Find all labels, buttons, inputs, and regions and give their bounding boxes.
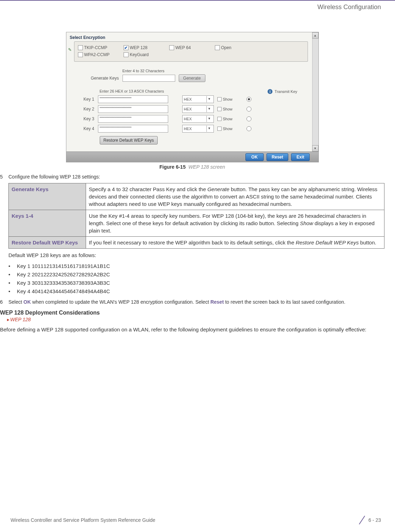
key4-type-select[interactable]: HEX▼	[182, 125, 214, 133]
key3-input[interactable]: ••••••••••••••••••••••••••	[98, 115, 168, 123]
row3-desc: If you feel it necessary to restore the …	[86, 237, 384, 249]
wep128-screenshot: ▴ ▾ Select Encryption ✎ TKIP-CCMP ✔WEP 1…	[66, 32, 319, 162]
scroll-up-icon[interactable]: ▴	[312, 32, 318, 39]
page-number: 6 - 23	[368, 517, 381, 523]
step-5-text: Configure the following WEP 128 settings…	[8, 174, 100, 180]
chevron-down-icon: ▼	[206, 96, 212, 102]
row2-desc: Use the Key #1-4 areas to specify key nu…	[86, 210, 384, 237]
default-keys-list: •Key 1 101112131415161718191A1B1C •Key 2…	[8, 262, 384, 296]
key1-label: Key 1	[80, 97, 94, 102]
reset-button[interactable]: Reset	[266, 153, 289, 161]
gen-keys-label: Generate Keys	[91, 76, 119, 81]
page-header-title: Wireless Configuration	[0, 0, 395, 11]
step-5: 5 Configure the following WEP 128 settin…	[0, 174, 384, 180]
opt-open[interactable]: Open	[215, 45, 254, 50]
key2-label: Key 2	[80, 107, 94, 112]
opt-wep128-label: WEP 128	[130, 45, 147, 50]
footer-title: Wireless Controller and Service Platform…	[11, 517, 155, 523]
opt-keyguard-label: KeyGuard	[130, 52, 149, 57]
encryption-options-box: ✎ TKIP-CCMP ✔WEP 128 WEP 64 Open WPA2-CC…	[74, 41, 308, 62]
key2-transmit-radio[interactable]	[246, 107, 251, 112]
key3-label: Key 3	[80, 116, 94, 121]
figure-caption: Figure 6-15 WEP 128 screen	[0, 164, 384, 170]
opt-tkip[interactable]: TKIP-CCMP	[78, 45, 117, 50]
row1-label: Generate Keys	[9, 183, 86, 210]
scroll-down-icon[interactable]: ▾	[312, 145, 318, 151]
page-footer: Wireless Controller and Service Platform…	[11, 515, 381, 525]
deployment-heading: WEP 128 Deployment Considerations	[0, 310, 384, 316]
key3-show[interactable]: Show	[217, 117, 233, 121]
row2-label: Keys 1-4	[9, 210, 86, 237]
table-row: Keys 1-4 Use the Key #1-4 areas to speci…	[9, 210, 384, 237]
opt-tkip-label: TKIP-CCMP	[84, 45, 107, 50]
opt-wpa2-label: WPA2-CCMP	[84, 52, 110, 57]
chevron-down-icon: ▼	[206, 106, 212, 112]
key2-type-select[interactable]: HEX▼	[182, 105, 214, 113]
opt-wep64[interactable]: WEP 64	[169, 45, 208, 50]
svg-line-0	[359, 516, 365, 524]
step-6-text: Select OK when completed to update the W…	[8, 299, 345, 305]
select-encryption-label: Select Encryption	[66, 32, 318, 41]
opt-wpa2[interactable]: WPA2-CCMP	[78, 52, 117, 57]
key4-input[interactable]: ••••••••••••••••••••••••••	[98, 125, 168, 133]
info-icon: i	[268, 89, 272, 94]
figure-label: Figure 6-15	[159, 164, 186, 170]
wep-settings-table: Generate Keys Specify a 4 to 32 characte…	[8, 183, 384, 249]
list-item: •Key 1 101112131415161718191A1B1C	[8, 262, 384, 270]
gen-hint: Enter 4 to 32 Characters	[123, 69, 308, 73]
key-row-1: Key 1 •••••••••••••••••••••••••• HEX▼ Sh…	[80, 95, 308, 103]
list-item: •Key 3 303132333435363738393A3B3C	[8, 279, 384, 287]
list-item: •Key 4 404142434445464748494A4B4C	[8, 287, 384, 296]
table-row: Restore Default WEP Keys If you feel it …	[9, 237, 384, 249]
generate-button[interactable]: Generate	[179, 74, 205, 82]
key1-type-select[interactable]: HEX▼	[182, 95, 214, 103]
deployment-intro: Before defining a WEP 128 supported conf…	[0, 326, 384, 334]
ok-button[interactable]: OK	[245, 153, 264, 161]
keys-hint-text: Enter 26 HEX or 13 ASCII Characters	[100, 89, 164, 94]
step-6: 6 Select OK when completed to update the…	[0, 299, 384, 305]
opt-wep128[interactable]: ✔WEP 128	[124, 45, 162, 50]
key1-input[interactable]: ••••••••••••••••••••••••••	[98, 95, 168, 103]
key4-show[interactable]: Show	[217, 127, 233, 131]
row1-desc: Specify a 4 to 32 character Pass Key and…	[86, 183, 384, 210]
gen-keys-input[interactable]	[123, 75, 175, 82]
chevron-down-icon: ▼	[206, 126, 212, 132]
opt-keyguard[interactable]: KeyGuard	[124, 52, 162, 57]
key-row-2: Key 2 •••••••••••••••••••••••••• HEX▼ Sh…	[80, 105, 308, 113]
key4-label: Key 4	[80, 126, 94, 131]
breadcrumb: WEP 128	[7, 317, 384, 322]
key3-transmit-radio[interactable]	[246, 116, 251, 121]
key-row-4: Key 4 •••••••••••••••••••••••••• HEX▼ Sh…	[80, 125, 308, 133]
figure-caption-text: WEP 128 screen	[188, 164, 225, 170]
key4-transmit-radio[interactable]	[246, 126, 251, 131]
opt-open-label: Open	[221, 45, 231, 50]
exit-button[interactable]: Exit	[291, 153, 309, 161]
defaults-intro: Default WEP 128 keys are as follows:	[8, 251, 384, 259]
step-5-num: 5	[0, 174, 8, 180]
step-6-num: 6	[0, 299, 8, 305]
row3-label: Restore Default WEP Keys	[9, 237, 86, 249]
restore-default-button[interactable]: Restore Default WEP Keys	[100, 136, 158, 144]
key-row-3: Key 3 •••••••••••••••••••••••••• HEX▼ Sh…	[80, 115, 308, 123]
transmit-key-label: Transmit Key	[275, 89, 297, 94]
edit-icon: ✎	[68, 47, 72, 52]
key2-show[interactable]: Show	[217, 107, 233, 111]
key3-type-select[interactable]: HEX▼	[182, 115, 214, 123]
key1-show[interactable]: Show	[217, 97, 233, 101]
chevron-down-icon: ▼	[206, 116, 212, 122]
table-row: Generate Keys Specify a 4 to 32 characte…	[9, 183, 384, 210]
key1-transmit-radio[interactable]	[246, 97, 251, 102]
list-item: •Key 2 202122232425262728292A2B2C	[8, 270, 384, 279]
key2-input[interactable]: ••••••••••••••••••••••••••	[98, 105, 168, 113]
scrollbar-track[interactable]	[312, 39, 318, 145]
page-divider-icon	[358, 515, 366, 525]
dialog-footer: OK Reset Exit	[66, 151, 318, 162]
opt-wep64-label: WEP 64	[176, 45, 191, 50]
